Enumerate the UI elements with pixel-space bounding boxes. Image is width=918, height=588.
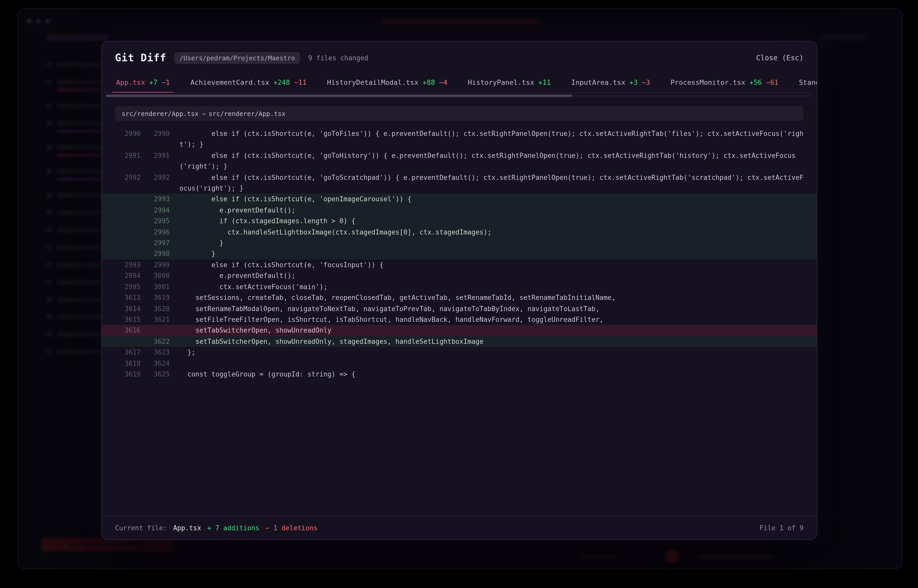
diff-line: 36193625 const toggleGroup = (groupId: s… (102, 369, 817, 380)
modal-title: Git Diff (115, 52, 167, 64)
new-line-number: 3624 (144, 358, 170, 369)
old-line-number: 2992 (115, 172, 141, 194)
tab-deletions-count: −11 (294, 78, 307, 86)
new-line-number: 3620 (144, 303, 170, 314)
git-diff-modal: Git Diff /Users/pedram/Projects/Maestro … (101, 41, 817, 540)
footer-summary: Current file: App.tsx + 7 additions − 1 … (115, 524, 317, 531)
deletions-summary: − 1 deletions (266, 524, 318, 531)
new-line-number: 2997 (144, 237, 170, 249)
diff-code: else if (ctx.isShortcut(e, 'goToScratchp… (180, 172, 803, 194)
tab-additions-count: +88 (423, 78, 435, 86)
diff-file-tab[interactable]: ProcessMonitor.tsx+56−61 (661, 72, 788, 92)
tab-file-name: Stand (799, 78, 817, 86)
diff-line: 36143620 setRenameTabModalOpen, navigate… (102, 303, 817, 314)
old-line-number: 3619 (115, 369, 141, 380)
file-path-from: src/renderer/App.tsx (121, 110, 199, 118)
diff-code (180, 358, 803, 369)
diff-line: 29902990 else if (ctx.isShortcut(e, 'goT… (102, 128, 817, 150)
new-line-number: 2996 (144, 226, 170, 237)
tab-file-name: HistoryDetailModal.tsx (327, 78, 419, 86)
new-line-number: 2992 (144, 172, 170, 194)
old-line-number: 2990 (115, 128, 141, 150)
new-line-number (144, 325, 170, 336)
diff-line: 29943000 e.preventDefault(); (102, 270, 817, 281)
tab-additions-count: +3 (630, 78, 638, 86)
diff-line: 36183624 (102, 358, 817, 369)
diff-code: } (180, 249, 803, 260)
old-line-number (115, 336, 141, 347)
page-root: Git Diff /Users/pedram/Projects/Maestro … (0, 0, 918, 588)
old-line-number: 3615 (115, 314, 141, 325)
new-line-number: 2995 (144, 216, 170, 227)
old-line-number: 3614 (115, 303, 141, 314)
diff-line: 3616 setTabSwitcherOpen, showUnreadOnly (102, 325, 817, 336)
diff-line: 36133619 setSessions, createTab, closeTa… (102, 292, 817, 303)
old-line-number (115, 249, 141, 260)
diff-file-tab[interactable]: HistoryDetailModal.tsx+88−4 (317, 72, 458, 92)
diff-code: setTabSwitcherOpen, showUnreadOnly, stag… (180, 336, 803, 347)
diff-line: 29932999 else if (ctx.isShortcut(e, 'foc… (102, 260, 817, 270)
tab-file-name: App.tsx (116, 78, 145, 86)
new-line-number: 2994 (144, 205, 170, 216)
old-line-number: 3618 (115, 358, 141, 369)
old-line-number (115, 216, 141, 227)
new-line-number: 3625 (144, 369, 170, 380)
diff-code: else if (ctx.isShortcut(e, 'goToFiles'))… (180, 128, 803, 150)
tabs-scrollbar-thumb[interactable] (106, 95, 573, 97)
files-changed-count: 9 files changed (308, 54, 368, 61)
diff-code: e.preventDefault(); (180, 205, 803, 216)
tab-additions-count: +7 (149, 78, 158, 86)
diff-code: setFileTreeFilterOpen, isShortcut, isTab… (180, 314, 803, 325)
diff-code: }; (180, 347, 803, 358)
file-path-header: src/renderer/App.tsx→src/renderer/App.ts… (115, 106, 803, 121)
diff-file-tab[interactable]: InputArea.tsx+3−3 (561, 72, 660, 92)
tab-deletions-count: −4 (439, 78, 447, 86)
diff-code: else if (ctx.isShortcut(e, 'openImageCar… (180, 194, 803, 205)
diff-file-tab[interactable]: HistoryPanel.tsx+11 (458, 72, 561, 92)
new-line-number: 2991 (144, 150, 170, 172)
old-line-number (115, 194, 141, 205)
old-line-number: 2994 (115, 270, 141, 281)
new-line-number: 2999 (144, 260, 170, 270)
diff-code: if (ctx.stagedImages.length > 0) { (180, 216, 803, 227)
diff-code: ctx.setActiveFocus('main'); (180, 281, 803, 292)
new-line-number: 2990 (144, 128, 170, 150)
new-line-number: 3622 (144, 336, 170, 347)
old-line-number (115, 237, 141, 249)
diff-body: 29902990 else if (ctx.isShortcut(e, 'goT… (102, 128, 817, 515)
tab-file-name: ProcessMonitor.tsx (670, 78, 745, 86)
diff-line: 29953001 ctx.setActiveFocus('main'); (102, 281, 817, 292)
tabs-scrollbar-track[interactable] (106, 95, 813, 97)
diff-code: e.preventDefault(); (180, 270, 803, 281)
old-line-number (115, 205, 141, 216)
diff-code: setRenameTabModalOpen, navigateToNextTab… (180, 303, 803, 314)
diff-line: 29912991 else if (ctx.isShortcut(e, 'goT… (102, 150, 817, 172)
diff-code: ctx.handleSetLightboxImage(ctx.stagedIma… (180, 226, 803, 237)
new-line-number: 3001 (144, 281, 170, 292)
diff-file-tab[interactable]: Stand (788, 72, 817, 92)
file-page-indicator: File 1 of 9 (759, 524, 803, 531)
tab-deletions-count: −61 (766, 78, 779, 86)
new-line-number: 3619 (144, 292, 170, 303)
old-line-number: 2993 (115, 260, 141, 270)
tab-deletions-count: −1 (162, 78, 170, 86)
close-button[interactable]: Close (Esc) (756, 53, 803, 62)
diff-code: } (180, 237, 803, 249)
diff-code: else if (ctx.isShortcut(e, 'goToHistory'… (180, 150, 803, 172)
tab-file-name: HistoryPanel.tsx (468, 78, 534, 86)
tab-additions-count: +248 (274, 78, 290, 86)
tab-file-name: InputArea.tsx (571, 78, 625, 86)
diff-file-tab[interactable]: AchievementCard.tsx+248−11 (180, 72, 317, 92)
diff-line: 36153621 setFileTreeFilterOpen, isShortc… (102, 314, 817, 325)
old-line-number: 3613 (115, 292, 141, 303)
diff-line: 29922992 else if (ctx.isShortcut(e, 'goT… (102, 172, 817, 194)
diff-line: 2998 } (102, 249, 817, 260)
diff-file-tab[interactable]: App.tsx+7−1 (106, 72, 180, 92)
current-file-name: App.tsx (173, 524, 201, 531)
diff-code: setSessions, createTab, closeTab, reopen… (180, 292, 803, 303)
old-line-number: 2991 (115, 150, 141, 172)
diff-line: 2995 if (ctx.stagedImages.length > 0) { (102, 216, 817, 227)
old-line-number: 3617 (115, 347, 141, 358)
repo-path-badge: /Users/pedram/Projects/Maestro (175, 52, 300, 64)
diff-code: const toggleGroup = (groupId: string) =>… (180, 369, 803, 380)
